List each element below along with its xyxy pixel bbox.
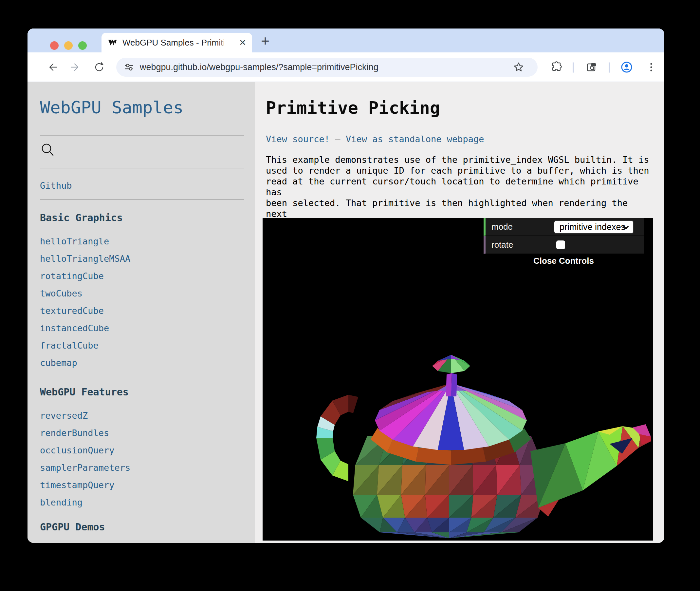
zoom-window-button[interactable] xyxy=(78,41,87,50)
sample-list: reversedZrenderBundlesocclusionQuerysamp… xyxy=(40,407,244,511)
tab-title-fade xyxy=(215,37,234,49)
mode-label: mode xyxy=(491,218,513,236)
divider xyxy=(40,199,244,200)
back-icon[interactable] xyxy=(46,61,59,74)
url-text[interactable]: webgpu.github.io/webgpu-samples/?sample=… xyxy=(140,58,379,77)
toolbar-divider xyxy=(573,62,573,73)
sidebar-item-reversedZ[interactable]: reversedZ xyxy=(40,407,244,424)
kebab-menu-icon[interactable] xyxy=(645,61,658,74)
mode-select[interactable]: primitive indexes xyxy=(554,220,634,234)
tab-strip: WebGPU Samples - Primitive ✕ + xyxy=(27,28,664,52)
site-title: WebGPU Samples xyxy=(40,97,244,118)
sidebar-item-samplerParameters[interactable]: samplerParameters xyxy=(40,459,244,476)
sidebar-item-timestampQuery[interactable]: timestampQuery xyxy=(40,476,244,494)
screenshot-root: { "window": { "tab_title": "WebGPU Sampl… xyxy=(0,0,700,591)
webgpu-canvas[interactable]: mode primitive indexes rotate Close Cont… xyxy=(262,218,653,540)
section-heading: GPGPU Demos xyxy=(40,521,244,533)
sidebar-item-cubemap[interactable]: cubemap xyxy=(40,354,244,372)
traffic-lights xyxy=(50,41,87,50)
tab-title: WebGPU Samples - Primitive xyxy=(123,38,224,48)
rotate-label: rotate xyxy=(491,236,514,254)
gui-row-mode: mode primitive indexes xyxy=(484,218,644,236)
tab-close-icon[interactable]: ✕ xyxy=(239,38,246,48)
divider xyxy=(40,168,244,169)
extensions-icon[interactable] xyxy=(550,61,563,74)
view-source-link[interactable]: View source! xyxy=(266,134,330,144)
sidebar-item-texturedCube[interactable]: texturedCube xyxy=(40,302,244,319)
reload-icon[interactable] xyxy=(93,61,106,74)
sidebar-item-blending[interactable]: blending xyxy=(40,494,244,511)
gui-row-rotate: rotate xyxy=(484,236,644,254)
close-window-button[interactable] xyxy=(50,41,59,50)
section-heading: Basic Graphics xyxy=(40,212,244,224)
sample-list: helloTrianglehelloTriangleMSAArotatingCu… xyxy=(40,233,244,372)
browser-window: WebGPU Samples - Primitive ✕ + xyxy=(27,28,664,543)
profile-icon[interactable] xyxy=(620,61,633,74)
page-title: Primitive Picking xyxy=(266,97,651,118)
site-settings-icon[interactable] xyxy=(123,61,135,73)
sidebar-item-rotatingCube[interactable]: rotatingCube xyxy=(40,267,244,285)
page-content: WebGPU Samples Github Basic Graphicshell… xyxy=(27,82,664,543)
sidebar-item-instancedCube[interactable]: instancedCube xyxy=(40,319,244,337)
omnibox[interactable]: webgpu.github.io/webgpu-samples/?sample=… xyxy=(116,58,538,77)
links-row: View source! – View as standalone webpag… xyxy=(266,134,651,144)
tab-search-icon[interactable] xyxy=(585,61,598,74)
browser-tab[interactable]: WebGPU Samples - Primitive ✕ xyxy=(101,33,252,52)
browser-toolbar: webgpu.github.io/webgpu-samples/?sample=… xyxy=(27,52,664,82)
sidebar-item-helloTriangleMSAA[interactable]: helloTriangleMSAA xyxy=(40,250,244,267)
close-controls-button[interactable]: Close Controls xyxy=(484,254,644,268)
main-content: Primitive Picking View source! – View as… xyxy=(255,82,664,543)
bookmark-star-icon[interactable] xyxy=(513,61,525,73)
sidebar-item-twoCubes[interactable]: twoCubes xyxy=(40,285,244,302)
minimize-window-button[interactable] xyxy=(64,41,73,50)
standalone-link[interactable]: View as standalone webpage xyxy=(346,134,484,144)
forward-icon[interactable] xyxy=(69,61,82,74)
sidebar-item-occlusionQuery[interactable]: occlusionQuery xyxy=(40,442,244,459)
sidebar-item-github[interactable]: Github xyxy=(40,180,244,191)
link-separator: – xyxy=(335,134,340,144)
sidebar-item-renderBundles[interactable]: renderBundles xyxy=(40,424,244,442)
sidebar: WebGPU Samples Github Basic Graphicshell… xyxy=(27,82,255,543)
rotate-checkbox[interactable] xyxy=(556,241,565,249)
toolbar-divider xyxy=(609,62,610,73)
new-tab-button[interactable]: + xyxy=(257,33,274,50)
sidebar-item-fractalCube[interactable]: fractalCube xyxy=(40,337,244,354)
dat-gui-panel: mode primitive indexes rotate Close Cont… xyxy=(484,218,644,268)
webgpu-favicon xyxy=(107,38,117,48)
sample-nav: Basic GraphicshelloTrianglehelloTriangle… xyxy=(40,212,244,533)
divider xyxy=(40,135,244,136)
section-heading: WebGPU Features xyxy=(40,386,244,398)
sidebar-item-helloTriangle[interactable]: helloTriangle xyxy=(40,233,244,250)
search-icon[interactable] xyxy=(40,142,56,158)
